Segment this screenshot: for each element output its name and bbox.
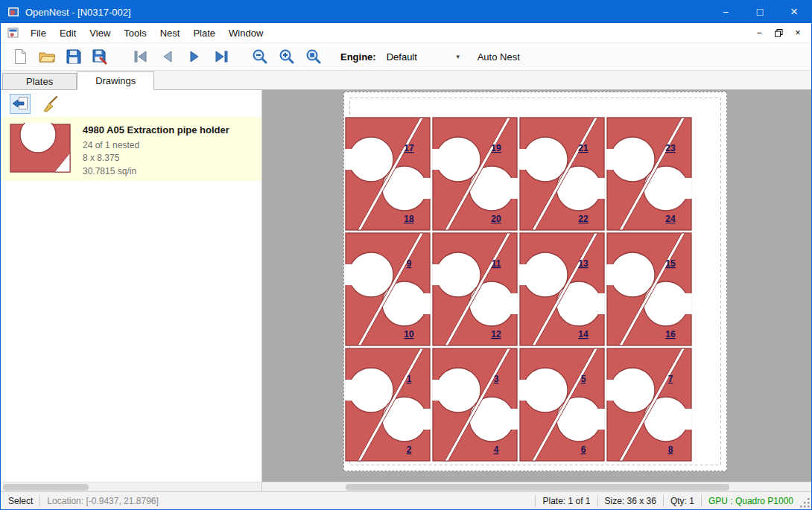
mdi-minimize-button[interactable]: − xyxy=(752,26,767,39)
zoom-fit-button[interactable] xyxy=(300,45,327,68)
svg-text:21: 21 xyxy=(578,143,589,153)
svg-text:10: 10 xyxy=(404,329,414,340)
previous-plate-button[interactable] xyxy=(154,45,181,68)
save-as-icon xyxy=(92,49,109,65)
menu-tools[interactable]: Tools xyxy=(117,26,153,40)
new-button[interactable] xyxy=(7,45,34,68)
svg-text:11: 11 xyxy=(492,258,501,269)
clean-drawings-button[interactable] xyxy=(39,94,60,114)
title-bar: OpenNest - [N0317-002] − □ × xyxy=(1,1,811,23)
divider xyxy=(39,495,40,507)
panel-horizontal-scrollbar[interactable] xyxy=(1,482,261,491)
status-plate: Plate: 1 of 1 xyxy=(542,496,590,506)
svg-text:19: 19 xyxy=(491,143,501,153)
status-gpu: GPU : Quadro P1000 xyxy=(708,496,793,506)
mdi-restore-button[interactable] xyxy=(771,26,786,39)
menu-nest[interactable]: Nest xyxy=(153,26,187,40)
broom-icon xyxy=(41,95,59,112)
window-title: OpenNest - [N0317-002] xyxy=(25,7,131,18)
last-plate-button[interactable] xyxy=(208,45,235,68)
menu-file[interactable]: File xyxy=(24,26,53,40)
svg-text:1: 1 xyxy=(407,374,412,384)
nest-pair[interactable]: 2324 xyxy=(606,118,692,230)
svg-text:2: 2 xyxy=(407,444,412,455)
svg-text:3: 3 xyxy=(494,374,499,384)
open-button[interactable] xyxy=(34,45,60,68)
tab-plates[interactable]: Plates xyxy=(2,73,77,89)
app-window: OpenNest - [N0317-002] − □ × File Edit V… xyxy=(0,0,812,510)
svg-text:22: 22 xyxy=(578,214,589,224)
save-as-button[interactable] xyxy=(87,45,114,68)
svg-text:18: 18 xyxy=(404,214,414,224)
nest-pair[interactable]: 1112 xyxy=(432,233,518,345)
engine-label: Engine: xyxy=(340,51,376,63)
status-size: Size: 36 x 36 xyxy=(605,496,656,506)
svg-text:12: 12 xyxy=(491,329,501,340)
panel-scroll-thumb[interactable] xyxy=(3,484,89,491)
new-file-icon xyxy=(13,48,28,65)
import-drawing-button[interactable] xyxy=(10,94,31,114)
previous-icon xyxy=(160,50,175,63)
svg-text:16: 16 xyxy=(665,329,676,340)
nest-pair[interactable]: 34 xyxy=(432,348,518,461)
divider xyxy=(663,495,664,507)
svg-text:9: 9 xyxy=(407,258,412,269)
canvas-scroll-thumb[interactable] xyxy=(346,484,729,491)
nest-pair[interactable]: 12 xyxy=(345,348,431,461)
save-button[interactable] xyxy=(60,45,87,68)
drawings-panel: 4980 A05 Extraction pipe holder 24 of 1 … xyxy=(1,90,262,491)
zoom-in-icon xyxy=(279,48,295,65)
svg-text:6: 6 xyxy=(581,444,586,455)
nest-pair[interactable]: 1314 xyxy=(519,233,605,345)
chevron-down-icon: ▼ xyxy=(455,54,461,60)
engine-value: Default xyxy=(387,51,417,63)
maximize-button[interactable]: □ xyxy=(743,1,777,23)
menu-window[interactable]: Window xyxy=(222,26,270,40)
svg-text:13: 13 xyxy=(578,258,589,269)
svg-text:4: 4 xyxy=(494,444,499,455)
divider xyxy=(597,495,598,507)
nest-pair[interactable]: 1920 xyxy=(432,118,518,230)
drawing-list-item[interactable]: 4980 A05 Extraction pipe holder 24 of 1 … xyxy=(1,117,261,181)
menu-view[interactable]: View xyxy=(83,26,117,40)
drawing-title: 4980 A05 Extraction pipe holder xyxy=(83,124,229,136)
svg-text:14: 14 xyxy=(578,329,589,340)
menu-plate[interactable]: Plate xyxy=(186,26,222,40)
drawing-dimensions: 8 x 8.375 xyxy=(83,152,229,165)
engine-select[interactable]: Default ▼ xyxy=(382,49,466,65)
status-location: Location: [-0.9437, 21.8796] xyxy=(47,496,158,506)
nest-canvas[interactable]: 171819202122232491011121314151612345678 xyxy=(262,90,811,491)
part-thumbnail xyxy=(8,123,72,175)
nest-pair[interactable]: 910 xyxy=(345,233,431,345)
nest-pair[interactable]: 78 xyxy=(606,348,692,461)
first-plate-button[interactable] xyxy=(127,45,154,68)
document-icon xyxy=(7,28,19,39)
auto-nest-button[interactable]: Auto Nest xyxy=(478,51,520,63)
main-area: 4980 A05 Extraction pipe holder 24 of 1 … xyxy=(1,90,811,491)
svg-text:5: 5 xyxy=(581,374,586,384)
svg-text:23: 23 xyxy=(665,143,676,153)
nest-pair[interactable]: 2122 xyxy=(519,118,605,230)
menu-edit[interactable]: Edit xyxy=(53,26,83,40)
drawing-nested-count: 24 of 1 nested xyxy=(83,139,229,152)
mdi-close-button[interactable]: × xyxy=(790,26,805,39)
status-qty: Qty: 1 xyxy=(670,496,694,506)
tab-drawings[interactable]: Drawings xyxy=(77,71,154,90)
nest-pair[interactable]: 1718 xyxy=(345,118,431,230)
plate[interactable]: 171819202122232491011121314151612345678 xyxy=(343,92,727,471)
canvas-horizontal-scrollbar[interactable] xyxy=(262,482,811,491)
zoom-out-button[interactable] xyxy=(247,45,273,68)
nest-pair[interactable]: 1516 xyxy=(606,233,692,345)
zoom-fit-icon xyxy=(305,48,322,65)
zoom-in-button[interactable] xyxy=(273,45,300,68)
menu-bar: File Edit View Tools Nest Plate Window −… xyxy=(1,23,811,42)
minimize-button[interactable]: − xyxy=(708,1,743,23)
svg-text:20: 20 xyxy=(491,214,501,224)
last-icon xyxy=(213,50,229,63)
close-button[interactable]: × xyxy=(777,1,811,23)
panel-toolbar xyxy=(1,90,261,117)
resize-grip[interactable] xyxy=(798,496,811,509)
nest-pair[interactable]: 56 xyxy=(519,348,605,461)
svg-text:15: 15 xyxy=(665,258,676,269)
next-plate-button[interactable] xyxy=(181,45,208,68)
